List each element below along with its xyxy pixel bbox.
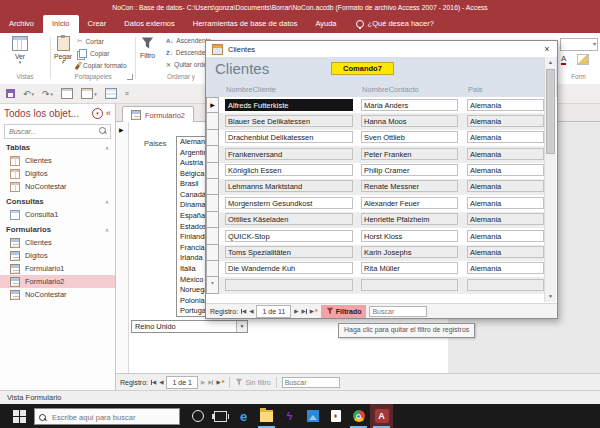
first-record-button[interactable]: ◀ bbox=[151, 379, 156, 385]
ribbon-tab-crear[interactable]: Crear bbox=[79, 15, 116, 33]
field-pais[interactable]: Alemania bbox=[467, 213, 544, 225]
field-nombre-contacto[interactable]: Renate Messner bbox=[361, 180, 458, 192]
field-pais[interactable]: Alemania bbox=[467, 131, 544, 143]
field-nombre-cliente[interactable]: Morgenstern Gesundkost bbox=[225, 197, 353, 209]
taskbar-icon-chrome[interactable] bbox=[347, 404, 370, 428]
first-record-button[interactable]: ◀ bbox=[241, 308, 246, 314]
record-selector[interactable] bbox=[206, 245, 219, 261]
field-nombre-contacto[interactable]: Karin Josephs bbox=[361, 246, 458, 258]
record-selector[interactable]: * bbox=[206, 277, 219, 293]
navigation-search-input[interactable] bbox=[7, 125, 101, 138]
field-pais[interactable]: Alemania bbox=[467, 246, 544, 258]
record-selector[interactable] bbox=[206, 130, 219, 146]
datasheet-button[interactable] bbox=[105, 88, 117, 99]
field-nombre-contacto[interactable]: Alexander Feuer bbox=[361, 197, 458, 209]
previous-record-button[interactable]: ◀ bbox=[159, 379, 163, 385]
font-color-button[interactable]: A bbox=[561, 54, 566, 65]
field-nombre-cliente[interactable]: Lehmanns Marktstand bbox=[225, 180, 353, 192]
field-nombre-contacto[interactable]: Peter Franken bbox=[361, 148, 458, 160]
field-nombre-contacto[interactable]: Philip Cramer bbox=[361, 164, 458, 176]
ribbon-tab-inicio[interactable]: Inicio bbox=[43, 15, 79, 33]
taskbar-icon-access[interactable]: A bbox=[370, 404, 393, 428]
field-nombre-contacto[interactable]: Horst Kloss bbox=[361, 230, 458, 242]
ribbon-tab-datos-externos[interactable]: Datos externos bbox=[115, 15, 183, 33]
ribbon-tab-herramientas[interactable]: Herramientas de base de datos bbox=[184, 15, 307, 33]
field-pais[interactable]: Alemania bbox=[467, 148, 544, 160]
next-record-button[interactable]: ▶ bbox=[201, 379, 205, 385]
ribbon-tab-archivo[interactable]: Archivo bbox=[0, 15, 43, 33]
field-nombre-cliente[interactable]: Ottilies Käseladen bbox=[225, 213, 353, 225]
last-record-button[interactable]: ▶ bbox=[208, 379, 213, 385]
field-pais[interactable]: Alemania bbox=[467, 180, 544, 192]
record-selector[interactable] bbox=[206, 179, 219, 195]
scroll-up-icon[interactable]: ▲ bbox=[545, 57, 556, 68]
field-pais[interactable]: Alemania bbox=[467, 262, 544, 274]
record-selector[interactable] bbox=[206, 195, 219, 211]
filtered-toggle-button[interactable]: Filtrado bbox=[321, 305, 367, 318]
no-filter-button[interactable]: Sin filtro bbox=[235, 378, 270, 386]
field-nombre-contacto[interactable]: Hanna Moos bbox=[361, 115, 458, 127]
field-nombre-contacto[interactable]: Rita Müller bbox=[361, 262, 458, 274]
sidebar-item-tabla-clientes[interactable]: Clientes bbox=[0, 154, 115, 167]
field-pais[interactable]: Alemania bbox=[467, 164, 544, 176]
sidebar-group-tablas[interactable]: Tablas∧ bbox=[0, 141, 115, 154]
record-selector[interactable] bbox=[206, 261, 219, 277]
sidebar-group-formularios[interactable]: Formularios∧ bbox=[0, 223, 115, 236]
field-nombre-contacto[interactable] bbox=[361, 279, 458, 291]
scroll-down-icon[interactable]: ▼ bbox=[545, 291, 556, 302]
format-painter-button[interactable]: Copiar formato bbox=[77, 61, 127, 70]
tell-me-box[interactable]: ¿Qué desea hacer? bbox=[346, 15, 434, 33]
taskbar-icon-lightning[interactable]: ϟ bbox=[278, 404, 301, 428]
cut-button[interactable]: ✂ Cortar bbox=[77, 37, 104, 45]
taskbar-icon-cards[interactable]: ♦ bbox=[324, 404, 347, 428]
taskbar-icon-photos[interactable] bbox=[301, 404, 324, 428]
navigation-pane-header[interactable]: Todos los objet... ▾ « bbox=[0, 104, 115, 122]
shutter-close-icon[interactable]: « bbox=[106, 109, 111, 118]
sidebar-item-consulta1[interactable]: Consulta1 bbox=[0, 208, 115, 221]
copy-button[interactable]: Copiar bbox=[77, 49, 109, 58]
field-nombre-cliente[interactable]: Drachenblut Delikatessen bbox=[225, 131, 353, 143]
font-select[interactable] bbox=[560, 38, 598, 51]
undo-button[interactable]: ↶▾ bbox=[23, 89, 34, 99]
highlight-color-button[interactable] bbox=[577, 54, 589, 65]
taskbar-icon-edge[interactable]: e bbox=[232, 404, 255, 428]
pane-menu-icon[interactable]: ▾ bbox=[92, 108, 103, 119]
customize-qat-button[interactable]: ≡ bbox=[125, 90, 129, 97]
sidebar-group-consultas[interactable]: Consultas∧ bbox=[0, 195, 115, 208]
dialog-title-bar[interactable]: Clientes × bbox=[206, 41, 557, 57]
view-button[interactable]: Ver ▾ bbox=[12, 36, 28, 64]
record-selector[interactable] bbox=[206, 163, 219, 179]
field-pais[interactable]: Alemania bbox=[467, 197, 544, 209]
record-search-input[interactable] bbox=[369, 306, 427, 317]
field-pais[interactable]: Alemania bbox=[467, 230, 544, 242]
record-search-input[interactable] bbox=[282, 377, 340, 388]
pais-combobox[interactable]: Reino Unido ▼ bbox=[131, 320, 248, 333]
combobox-dropdown-icon[interactable]: ▼ bbox=[236, 321, 247, 332]
field-nombre-contacto[interactable]: Henriette Pfalzheim bbox=[361, 213, 458, 225]
document-tab-formulario2[interactable]: Formulario2 bbox=[122, 106, 194, 123]
field-nombre-contacto[interactable]: Sven Ottlieb bbox=[361, 131, 458, 143]
sidebar-item-form-digitos[interactable]: Digitos bbox=[0, 249, 115, 262]
taskbar-icon-explorer[interactable] bbox=[255, 404, 278, 428]
sidebar-item-tabla-digitos[interactable]: Digitos bbox=[0, 167, 115, 180]
record-position[interactable]: 1 de 11 bbox=[256, 305, 291, 318]
remove-sort-button[interactable]: ✕ Quitar orden bbox=[166, 61, 211, 68]
dialog-launcher-icon[interactable] bbox=[127, 74, 133, 80]
filter-button[interactable]: Filtro bbox=[140, 36, 155, 59]
field-nombre-contacto[interactable]: Maria Anders bbox=[361, 99, 458, 111]
record-selector[interactable] bbox=[206, 146, 219, 162]
scrollbar-thumb[interactable] bbox=[546, 69, 555, 154]
field-nombre-cliente[interactable]: Königlich Essen bbox=[225, 164, 353, 176]
field-pais[interactable] bbox=[467, 279, 544, 291]
sidebar-item-form-nocontestar[interactable]: NoContestar bbox=[0, 288, 115, 301]
record-selector-strip[interactable]: ▶ bbox=[116, 122, 129, 373]
new-record-button[interactable]: ▶* bbox=[310, 308, 318, 315]
last-record-button[interactable]: ▶ bbox=[302, 308, 307, 314]
field-pais[interactable]: Alemania bbox=[467, 115, 544, 127]
field-nombre-cliente[interactable]: Toms Spezialitäten bbox=[225, 246, 353, 258]
taskbar-search-input[interactable] bbox=[50, 410, 179, 425]
close-icon[interactable]: × bbox=[540, 44, 554, 54]
previous-record-button[interactable]: ◀ bbox=[249, 308, 253, 314]
record-position[interactable]: 1 de 1 bbox=[166, 376, 197, 389]
field-pais[interactable]: Alemania bbox=[467, 99, 544, 111]
